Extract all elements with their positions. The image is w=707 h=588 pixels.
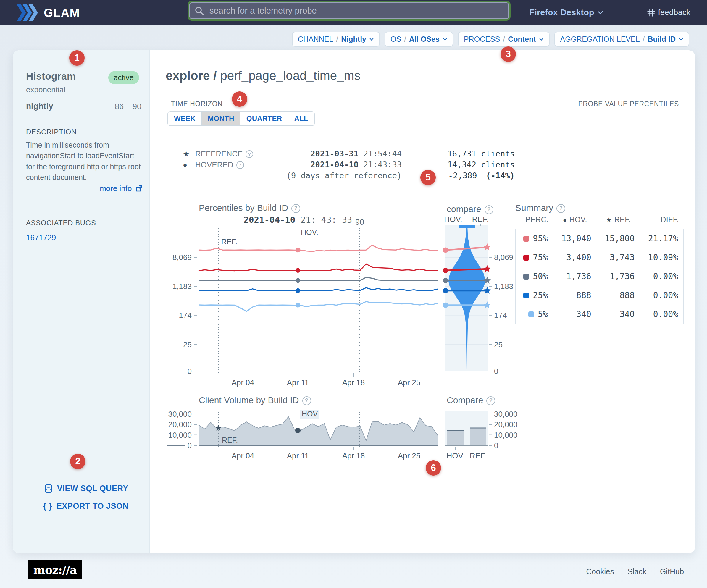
client-volume-title: Client Volume by Build ID? (199, 395, 311, 405)
footer-link-slack[interactable]: Slack (628, 567, 647, 576)
hovered-row: ● HOVERED? 2021-04-10 21:43:33 14,342 cl… (183, 160, 515, 171)
filter-os[interactable]: OS/All OSes (384, 32, 453, 47)
help-icon[interactable]: ? (486, 396, 495, 405)
svg-text:174: 174 (179, 311, 192, 320)
filter-channel[interactable]: CHANNEL/Nightly (292, 32, 380, 47)
search-icon (195, 6, 204, 16)
export-json-label: EXPORT TO JSON (57, 501, 129, 511)
svg-text:1,183: 1,183 (172, 282, 192, 291)
summary-col-hov: ●HOV. (553, 215, 597, 229)
filter-process[interactable]: PROCESS/Content (458, 32, 550, 47)
compare-bar-chart: 30,00020,00010,0000HOV.REF. (441, 408, 524, 464)
probe-value-percentiles-label: PROBE VALUE PERCENTILES (578, 100, 679, 108)
external-link-icon (135, 185, 143, 192)
svg-text:20,000: 20,000 (168, 420, 192, 429)
summary-row: 25%8888880.00% (516, 286, 684, 305)
delta-clients: -2,389 (448, 171, 477, 180)
help-icon[interactable]: ? (557, 204, 565, 213)
description-title: DESCRIPTION (26, 128, 77, 136)
svg-text:30,000: 30,000 (168, 410, 192, 418)
percentile-swatch (523, 255, 529, 261)
breadcrumb-separator: / (213, 69, 217, 82)
time-horizon-quarter[interactable]: QUARTER (240, 112, 288, 126)
hover-dot-5% (296, 303, 300, 308)
hovered-clients: 14,342 clients (402, 160, 515, 169)
help-icon[interactable]: ? (236, 161, 244, 169)
time-horizon-control: WEEKMONTHQUARTERALL (167, 111, 315, 126)
product-switcher[interactable]: Firefox Desktop (529, 8, 603, 18)
annotation-badge-2: 2 (70, 454, 86, 469)
search-input[interactable] (189, 2, 509, 19)
compare-bar-HOV. (447, 430, 464, 445)
reference-row: ★ REFERENCE? 2021-03-31 21:54:44 16,731 … (183, 149, 515, 160)
summary-col-diff: DIFF. (640, 215, 684, 229)
svg-text:REF.: REF. (221, 238, 237, 246)
help-icon[interactable]: ? (245, 150, 253, 158)
time-horizon-all[interactable]: ALL (288, 112, 314, 126)
svg-text:8,069: 8,069 (494, 253, 513, 262)
svg-text:0: 0 (494, 441, 498, 450)
svg-text:Apr 18: Apr 18 (342, 451, 365, 460)
delta-percent: (-14%) (486, 171, 515, 180)
summary-col-ref: ★REF. (597, 215, 640, 229)
percentile-swatch (523, 274, 529, 279)
annotation-badge-5: 5 (420, 170, 436, 185)
footer-link-github[interactable]: GitHub (660, 567, 684, 576)
more-info-link[interactable]: more info (26, 184, 143, 193)
bugs-title: ASSOCIATED BUGS (26, 219, 96, 227)
chevron-down-icon (598, 11, 603, 14)
brand-name: GLAM (44, 6, 80, 20)
hover-dot-50% (296, 278, 300, 283)
percentile-line-95% (199, 245, 438, 251)
svg-text:HOV.: HOV. (446, 451, 464, 460)
time-horizon-month[interactable]: MONTH (201, 112, 240, 126)
versions-label: 86 – 90 (26, 102, 141, 111)
probe-sidebar (13, 50, 150, 553)
filter-aggregation-level[interactable]: AGGREGATION LEVEL/Build ID (554, 32, 689, 47)
chevron-down-icon (539, 38, 544, 41)
svg-text:Apr 11: Apr 11 (287, 378, 309, 387)
product-name: Firefox Desktop (529, 8, 594, 18)
feedback-link[interactable]: feedback (647, 8, 691, 17)
svg-text:HOV.: HOV. (444, 217, 462, 223)
filter-bar: CHANNEL/NightlyOS/All OSesPROCESS/Conten… (292, 32, 689, 47)
reference-time: 21:54:44 (363, 149, 402, 158)
braces-icon: { } (43, 501, 52, 511)
client-volume-chart[interactable]: 30,00020,00010,0000Apr 04Apr 11Apr 18Apr… (166, 408, 462, 464)
svg-text:HOV.: HOV. (301, 228, 318, 236)
bug-link[interactable]: 1671729 (26, 233, 56, 242)
annotation-badge-4: 4 (232, 92, 247, 107)
svg-text:HOV.: HOV. (302, 410, 319, 418)
svg-text:10,000: 10,000 (494, 430, 518, 440)
summary-row: 50%1,7361,7360.00% (516, 267, 684, 286)
svg-text:90: 90 (355, 218, 364, 227)
footer-link-cookies[interactable]: Cookies (586, 567, 614, 576)
svg-text:10,000: 10,000 (168, 430, 192, 440)
probe-kind-label: exponential (26, 85, 65, 94)
chevron-down-icon (442, 38, 447, 41)
compare-bar-REF. (470, 428, 486, 445)
svg-text:0: 0 (188, 441, 192, 450)
percentile-line-25% (199, 288, 438, 291)
svg-text:Apr 25: Apr 25 (398, 451, 420, 460)
svg-text:REF.: REF. (472, 217, 489, 223)
percentile-line-50% (199, 277, 438, 281)
compare-bars-title: Compare? (447, 395, 495, 405)
svg-text:1,183: 1,183 (494, 282, 513, 291)
hover-dot-75% (296, 268, 300, 273)
svg-text:20,000: 20,000 (494, 420, 518, 429)
top-navbar: GLAM Firefox Desktop feedback (0, 0, 707, 25)
glam-logo[interactable]: GLAM (16, 4, 80, 21)
summary-table: PERC.●HOV.★REF.DIFF. 95%13,04015,80021.1… (515, 215, 684, 324)
help-icon[interactable]: ? (302, 396, 311, 405)
annotation-badge-6: 6 (426, 460, 441, 476)
percentile-line-5% (199, 302, 438, 311)
mozilla-logo[interactable]: moz://a (28, 560, 82, 580)
chevron-down-icon (369, 38, 374, 41)
time-horizon-label: TIME HORIZON (171, 100, 223, 108)
breadcrumb: explore / perf_page_load_time_ms (166, 69, 360, 83)
reference-star-icon: ★ (183, 150, 195, 158)
export-json-button[interactable]: { } EXPORT TO JSON (43, 501, 129, 511)
view-sql-query-button[interactable]: VIEW SQL QUERY (44, 484, 128, 493)
time-horizon-week[interactable]: WEEK (168, 112, 201, 126)
